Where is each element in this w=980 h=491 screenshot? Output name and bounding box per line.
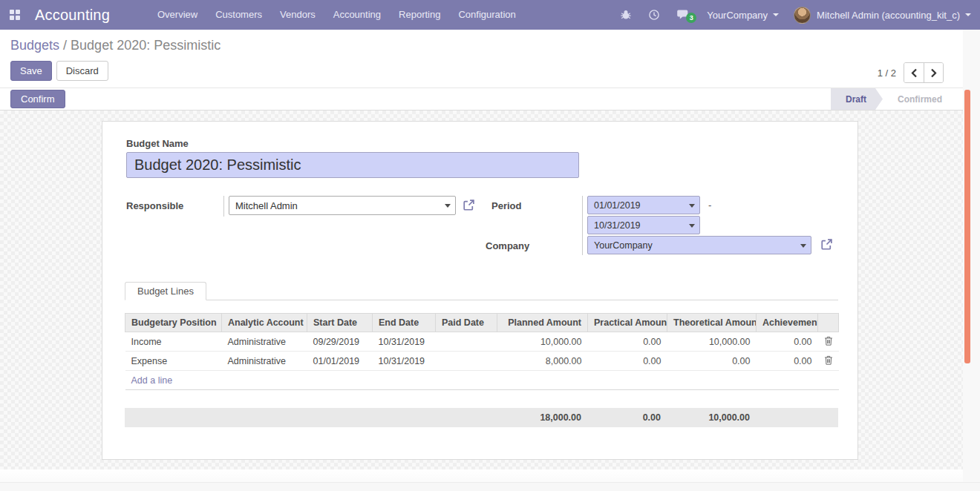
- label-separator: [223, 196, 224, 217]
- navbar-systray: 3 YourCompany Mitchell Admin (accounting…: [612, 0, 980, 30]
- responsible-input[interactable]: [229, 196, 456, 215]
- responsible-label: Responsible: [126, 200, 183, 211]
- total-practical: 0.00: [587, 408, 667, 427]
- cell-budgetary-position[interactable]: Income: [125, 332, 222, 352]
- menu-customers[interactable]: Customers: [206, 0, 271, 30]
- total-theoretical: 10,000.00: [667, 408, 756, 427]
- cell-end-date[interactable]: 10/31/2019: [373, 332, 436, 352]
- cell-planned-amount[interactable]: 10,000.00: [497, 332, 588, 352]
- company-switcher-label: YourCompany: [707, 10, 768, 21]
- notebook-divider: [125, 300, 838, 300]
- cell-achievement[interactable]: 0.00: [757, 352, 818, 371]
- cell-planned-amount[interactable]: 8,000.00: [497, 352, 588, 371]
- breadcrumb-current: Budget 2020: Pessimistic: [71, 38, 220, 53]
- cell-budgetary-position[interactable]: Expense: [125, 352, 222, 371]
- chevron-down-icon: [965, 13, 971, 16]
- activities-clock-icon[interactable]: [640, 9, 668, 21]
- company-external-link-icon[interactable]: [820, 238, 833, 254]
- cell-theoretical-amount[interactable]: 10,000.00: [667, 332, 757, 352]
- budget-lines-table: Budgetary Position Analytic Account Star…: [125, 313, 838, 427]
- pager-previous-button[interactable]: [904, 63, 924, 82]
- status-step-confirmed[interactable]: Confirmed: [883, 88, 957, 110]
- cell-end-date[interactable]: 10/31/2019: [373, 352, 436, 371]
- col-budgetary-position[interactable]: Budgetary Position: [125, 314, 222, 332]
- pager: 1 / 2: [878, 62, 944, 83]
- company-input[interactable]: [587, 236, 811, 254]
- menu-vendors[interactable]: Vendors: [271, 0, 324, 30]
- bottom-band: [0, 469, 963, 482]
- col-start-date[interactable]: Start Date: [307, 314, 373, 332]
- confirm-button[interactable]: Confirm: [10, 90, 65, 108]
- col-practical-amount[interactable]: Practical Amount: [588, 314, 667, 332]
- cell-paid-date[interactable]: [436, 332, 497, 352]
- cell-practical-amount[interactable]: 0.00: [588, 332, 667, 352]
- table-row[interactable]: Expense Administrative 01/01/2019 10/31/…: [125, 352, 839, 371]
- avatar[interactable]: [794, 7, 811, 24]
- user-menu[interactable]: Mitchell Admin (accounting_kit_c): [811, 0, 980, 30]
- table-header-row: Budgetary Position Analytic Account Star…: [125, 314, 839, 332]
- col-planned-amount[interactable]: Planned Amount: [497, 314, 588, 332]
- cell-analytic-account[interactable]: Administrative: [222, 332, 307, 352]
- col-paid-date[interactable]: Paid Date: [436, 314, 497, 332]
- menu-reporting[interactable]: Reporting: [390, 0, 449, 30]
- tab-budget-lines[interactable]: Budget Lines: [125, 282, 206, 300]
- form-view-background: Budget Name Responsible Period Company -: [0, 111, 963, 469]
- form-statusbar: Confirm Draft Confirmed: [0, 88, 963, 111]
- breadcrumb: Budgets / Budget 2020: Pessimistic: [10, 38, 220, 53]
- total-achievement: [756, 408, 817, 427]
- status-steps: Draft Confirmed: [831, 88, 957, 110]
- cell-start-date[interactable]: 09/29/2019: [307, 332, 373, 352]
- period-range-separator: -: [708, 200, 711, 211]
- cell-analytic-account[interactable]: Administrative: [222, 352, 307, 371]
- pager-next-button[interactable]: [924, 63, 943, 82]
- scrollbar-thumb[interactable]: [964, 90, 970, 363]
- cell-start-date[interactable]: 01/01/2019: [307, 352, 373, 371]
- total-planned: 18,000.00: [497, 408, 587, 427]
- chevron-down-icon: [773, 13, 779, 16]
- budget-name-input[interactable]: [126, 152, 579, 178]
- bug-icon[interactable]: [612, 9, 640, 21]
- period-from-input[interactable]: [587, 196, 700, 214]
- col-analytic-account[interactable]: Analytic Account: [222, 314, 307, 332]
- cell-theoretical-amount[interactable]: 0.00: [667, 352, 757, 371]
- cell-achievement[interactable]: 0.00: [757, 332, 818, 352]
- col-theoretical-amount[interactable]: Theoretical Amount: [667, 314, 757, 332]
- company-label: Company: [486, 240, 529, 251]
- control-panel: Budgets / Budget 2020: Pessimistic Save …: [0, 30, 963, 88]
- cell-paid-date[interactable]: [436, 352, 497, 371]
- bottom-footer-strip: [0, 482, 980, 491]
- status-step-draft[interactable]: Draft: [831, 88, 883, 110]
- menu-overview[interactable]: Overview: [148, 0, 206, 30]
- top-navbar: Accounting Overview Customers Vendors Ac…: [0, 0, 980, 30]
- col-delete: [818, 314, 839, 332]
- messages-icon[interactable]: 3: [668, 9, 698, 21]
- pager-value: 1 / 2: [878, 67, 896, 79]
- add-a-line-link[interactable]: Add a line: [131, 375, 173, 386]
- menu-accounting[interactable]: Accounting: [324, 0, 390, 30]
- breadcrumb-budgets-link[interactable]: Budgets: [10, 38, 59, 53]
- cell-practical-amount[interactable]: 0.00: [588, 352, 667, 371]
- budget-name-label: Budget Name: [126, 138, 189, 149]
- company-switcher[interactable]: YourCompany: [698, 0, 788, 30]
- user-menu-label: Mitchell Admin (accounting_kit_c): [817, 10, 960, 21]
- apps-menu-icon[interactable]: [10, 10, 20, 20]
- message-count-badge: 3: [686, 13, 696, 23]
- delete-row-icon[interactable]: [818, 352, 839, 371]
- table-row[interactable]: Income Administrative 09/29/2019 10/31/2…: [125, 332, 839, 352]
- delete-row-icon[interactable]: [818, 332, 839, 352]
- main-menu: Overview Customers Vendors Accounting Re…: [148, 0, 525, 30]
- responsible-external-link-icon[interactable]: [463, 199, 475, 214]
- breadcrumb-separator: /: [63, 38, 71, 53]
- add-line-row: Add a line: [125, 371, 839, 390]
- menu-configuration[interactable]: Configuration: [449, 0, 524, 30]
- form-sheet: Budget Name Responsible Period Company -: [102, 121, 858, 460]
- col-achievement[interactable]: Achievement: [757, 314, 818, 332]
- save-button[interactable]: Save: [10, 61, 52, 81]
- table-totals-row: 18,000.00 0.00 10,000.00: [125, 408, 838, 427]
- label-separator: [582, 196, 583, 255]
- period-label: Period: [491, 200, 521, 211]
- period-to-input[interactable]: [587, 216, 700, 234]
- col-end-date[interactable]: End Date: [373, 314, 436, 332]
- discard-button[interactable]: Discard: [56, 61, 108, 81]
- app-title[interactable]: Accounting: [35, 7, 110, 24]
